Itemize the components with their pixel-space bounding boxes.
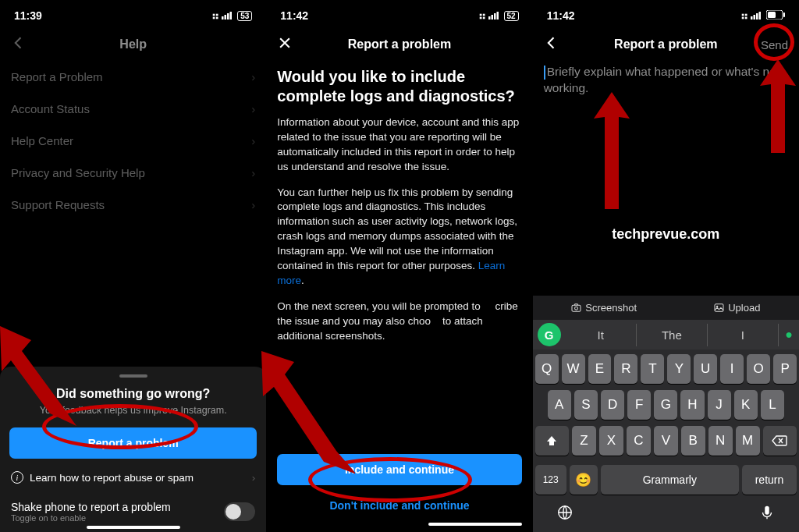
chevron-right-icon: › bbox=[252, 472, 256, 484]
key-k[interactable]: K bbox=[734, 390, 758, 420]
key-s[interactable]: S bbox=[574, 390, 598, 420]
cellular-icon bbox=[222, 9, 233, 22]
suggestion-2[interactable]: The bbox=[637, 324, 708, 346]
home-indicator[interactable] bbox=[428, 523, 522, 526]
svg-marker-24 bbox=[594, 92, 630, 209]
space-key[interactable]: Grammarly bbox=[601, 465, 739, 495]
svg-rect-1 bbox=[225, 15, 227, 20]
mic-key[interactable] bbox=[758, 504, 776, 524]
cellular-icon bbox=[751, 9, 762, 22]
grammarly-icon[interactable]: G bbox=[538, 323, 561, 346]
upload-button[interactable]: Upload bbox=[714, 302, 760, 314]
keyboard: Screenshot Upload G It The I ● QWERTYUIO… bbox=[533, 296, 799, 532]
key-n[interactable]: N bbox=[708, 426, 733, 456]
camera-icon bbox=[571, 303, 581, 312]
battery-icon: 52 bbox=[504, 11, 519, 21]
svg-rect-5 bbox=[488, 16, 491, 20]
header: Help bbox=[0, 28, 266, 61]
svg-rect-16 bbox=[768, 12, 776, 18]
suggestion-bar: G It The I ● bbox=[533, 320, 799, 349]
menu-support-requests[interactable]: Support Requests› bbox=[0, 189, 266, 221]
screenshot-button[interactable]: Screenshot bbox=[571, 302, 637, 314]
menu-privacy-security[interactable]: Privacy and Security Help› bbox=[0, 157, 266, 189]
key-a[interactable]: A bbox=[548, 390, 571, 420]
key-o[interactable]: O bbox=[747, 354, 770, 384]
svg-rect-12 bbox=[756, 13, 758, 20]
key-t[interactable]: T bbox=[641, 354, 664, 384]
suggestion-1[interactable]: It bbox=[566, 324, 637, 346]
text-input-area[interactable]: Briefly explain what happened or what's … bbox=[533, 61, 799, 100]
back-button[interactable] bbox=[11, 35, 27, 54]
back-button[interactable] bbox=[544, 35, 559, 54]
chevron-left-icon bbox=[11, 35, 27, 54]
key-p[interactable]: P bbox=[773, 354, 797, 384]
key-x[interactable]: X bbox=[599, 426, 623, 456]
page-title: Report a problem bbox=[348, 37, 451, 51]
sheet-handle[interactable] bbox=[119, 374, 147, 378]
key-z[interactable]: Z bbox=[572, 426, 596, 456]
shake-toggle-row: Shake phone to report a problem Toggle o… bbox=[9, 495, 257, 526]
svg-rect-15 bbox=[783, 12, 785, 17]
key-r[interactable]: R bbox=[614, 354, 637, 384]
suggestion-3[interactable]: I bbox=[708, 324, 779, 346]
globe-key[interactable] bbox=[556, 504, 574, 524]
page-title: Report a problem bbox=[614, 37, 717, 51]
header: Report a problem bbox=[266, 28, 532, 61]
home-indicator[interactable] bbox=[87, 526, 180, 529]
key-b[interactable]: B bbox=[681, 426, 705, 456]
learn-abuse-link[interactable]: i Learn how to report abuse or spam › bbox=[9, 466, 257, 495]
report-problem-button[interactable]: Report a problem bbox=[9, 427, 257, 459]
grammarly-status-icon[interactable]: ● bbox=[779, 328, 799, 342]
dimmed-background: Help Report a Problem› Account Status› H… bbox=[0, 28, 266, 221]
cellular-icon bbox=[488, 9, 499, 22]
menu-report-problem[interactable]: Report a Problem› bbox=[0, 61, 266, 93]
close-button[interactable] bbox=[277, 35, 293, 54]
shake-toggle[interactable] bbox=[224, 502, 255, 521]
status-bar: 11:42 ⠶ bbox=[533, 0, 799, 28]
clock: 11:42 bbox=[547, 9, 575, 22]
paragraph-2: You can further help us fix this problem… bbox=[277, 186, 521, 289]
paragraph-1: Information about your device, account a… bbox=[277, 115, 521, 175]
key-y[interactable]: Y bbox=[667, 354, 691, 384]
menu-help-center[interactable]: Help Center› bbox=[0, 125, 266, 157]
signal-icon: ⠶ bbox=[211, 9, 219, 22]
shake-sublabel: Toggle on to enable bbox=[11, 513, 171, 523]
key-f[interactable]: F bbox=[627, 390, 651, 420]
key-g[interactable]: G bbox=[654, 390, 677, 420]
signal-icon: ⠶ bbox=[740, 9, 748, 22]
key-u[interactable]: U bbox=[694, 354, 717, 384]
svg-rect-11 bbox=[753, 15, 755, 20]
chevron-right-icon: › bbox=[251, 166, 255, 179]
key-j[interactable]: J bbox=[708, 390, 731, 420]
send-button[interactable]: Send bbox=[761, 38, 788, 51]
backspace-key[interactable] bbox=[763, 426, 797, 456]
svg-rect-19 bbox=[715, 304, 723, 311]
emoji-key[interactable]: 😊 bbox=[570, 465, 598, 495]
key-q[interactable]: Q bbox=[535, 354, 559, 384]
shift-key[interactable] bbox=[535, 426, 569, 456]
keyboard-footer bbox=[533, 499, 799, 532]
clock: 11:39 bbox=[14, 9, 42, 22]
numbers-key[interactable]: 123 bbox=[535, 465, 566, 495]
key-d[interactable]: D bbox=[601, 390, 624, 420]
dont-include-button[interactable]: Don't include and continue bbox=[277, 493, 521, 518]
clock: 11:42 bbox=[280, 9, 308, 22]
key-v[interactable]: V bbox=[654, 426, 678, 456]
key-i[interactable]: I bbox=[720, 354, 744, 384]
sheet-subtitle: Your feedback helps us improve Instagram… bbox=[9, 404, 257, 417]
key-h[interactable]: H bbox=[680, 390, 704, 420]
svg-rect-17 bbox=[572, 305, 581, 311]
key-w[interactable]: W bbox=[562, 354, 585, 384]
close-icon bbox=[277, 35, 293, 54]
key-c[interactable]: C bbox=[627, 426, 651, 456]
svg-rect-2 bbox=[227, 13, 229, 20]
key-e[interactable]: E bbox=[588, 354, 612, 384]
chevron-left-icon bbox=[544, 35, 559, 54]
menu-account-status[interactable]: Account Status› bbox=[0, 93, 266, 125]
include-continue-button[interactable]: Include and continue bbox=[277, 454, 521, 485]
svg-rect-6 bbox=[491, 15, 493, 20]
key-l[interactable]: L bbox=[761, 390, 784, 420]
return-key[interactable]: return bbox=[742, 465, 797, 495]
key-m[interactable]: M bbox=[736, 426, 760, 456]
keyboard-bottom-row: 123 😊 Grammarly return bbox=[533, 465, 799, 499]
